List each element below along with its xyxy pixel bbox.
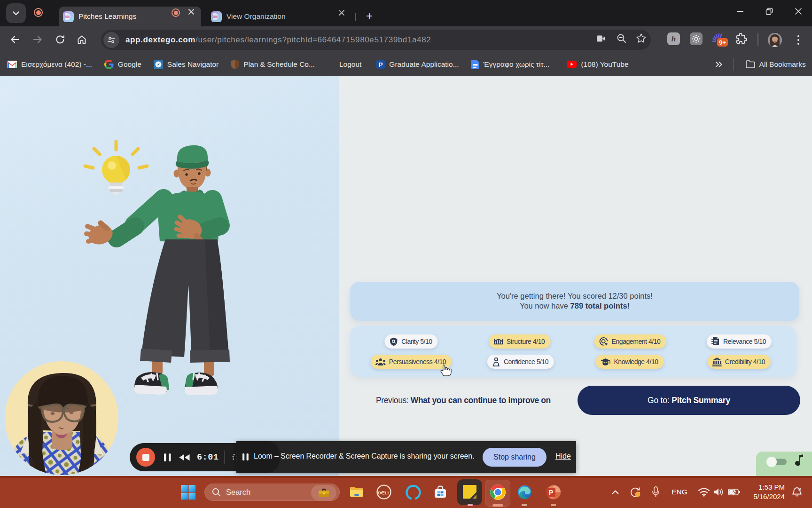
svg-text:z: z <box>800 487 801 490</box>
svg-text:P: P <box>379 61 383 68</box>
svg-text:P: P <box>548 489 553 496</box>
svg-text:D∈LL: D∈LL <box>378 490 390 495</box>
svg-text:9+: 9+ <box>719 39 726 46</box>
